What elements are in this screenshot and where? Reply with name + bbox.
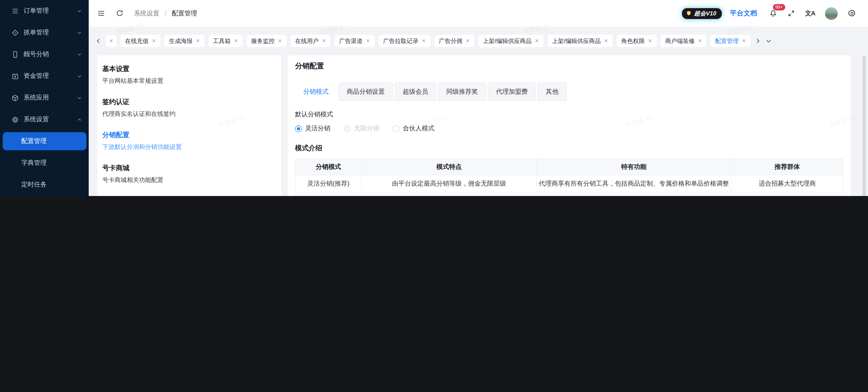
close-icon[interactable]: ✕ (366, 38, 370, 44)
tab-label: 上架/编辑供应商品 (483, 37, 531, 45)
tab-ad-channels[interactable]: 广告渠道✕ (335, 35, 374, 47)
sidebar-subitem-cron-tasks[interactable]: 定时任务 (0, 174, 89, 195)
sidebar-item-order-mgmt[interactable]: 订单管理 (0, 0, 89, 22)
close-icon[interactable]: ✕ (422, 38, 426, 44)
tab-ad-pull-records[interactable]: 广告拉取记录✕ (378, 35, 430, 47)
tab-label: 在线用户 (295, 37, 319, 45)
tab-product-distribution[interactable]: 商品分销设置 (339, 82, 393, 101)
sidebar-item-funds-mgmt[interactable]: 资金管理 (0, 65, 89, 87)
notifications-button[interactable]: 99+ (769, 9, 777, 18)
user-avatar[interactable] (825, 7, 838, 20)
vertical-scrollbar[interactable] (863, 55, 866, 196)
tab-online-users[interactable]: 在线用户✕ (290, 35, 330, 47)
sidebar-item-grab-mgmt[interactable]: 抓单管理 (0, 22, 89, 43)
settings-nav-item-distribution[interactable]: 分销配置 下游默认分润和分销功能设置 (102, 130, 276, 151)
page-title: 分销配置 (295, 61, 843, 71)
breadcrumb: 系统设置 / 配置管理 (134, 9, 197, 18)
close-icon[interactable]: ✕ (196, 38, 200, 44)
close-icon[interactable]: ✕ (604, 38, 608, 44)
sidebar-subitem-branding[interactable]: 品牌定制 (0, 195, 89, 196)
tab-supply-product-edit-1[interactable]: 上架/编辑供应商品✕ (478, 35, 544, 47)
menu-lines-icon (11, 7, 19, 15)
close-icon[interactable]: ✕ (648, 38, 652, 44)
tabs-scroll-right-icon[interactable] (755, 37, 762, 44)
tab-distribution-mode[interactable]: 分销模式 (295, 82, 337, 101)
tab-label: 配置管理 (715, 37, 739, 45)
gear-icon (11, 116, 19, 123)
tab-merchant-decor[interactable]: 商户端装修✕ (661, 35, 707, 47)
collapse-sidebar-icon[interactable] (97, 9, 105, 18)
tab-super-member[interactable]: 超级会员 (395, 82, 436, 101)
wallet-yuan-icon (11, 72, 19, 80)
sidebar-item-system-apps[interactable]: 系统应用 (0, 87, 89, 109)
vip-badge-label: 超会V10 (694, 9, 716, 18)
tabs-scroll-left-icon[interactable] (95, 37, 102, 44)
fullscreen-button[interactable] (787, 9, 795, 17)
radio-partner-mode[interactable]: 合伙人模式 (393, 124, 434, 132)
tab-label: 服务监控 (251, 37, 275, 45)
tab-role-permissions[interactable]: 角色权限✕ (617, 35, 656, 47)
breadcrumb-parent[interactable]: 系统设置 (134, 9, 159, 17)
table-row: 无限分销 分销层级无上限，可设定佣金层级 代理商能够独立管理其分销等级 适合招募… (296, 192, 843, 196)
close-icon[interactable]: ✕ (466, 38, 470, 44)
close-icon[interactable]: ✕ (109, 38, 113, 44)
close-icon[interactable]: ✕ (234, 38, 238, 44)
sidebar-item-label: 抓单管理 (24, 29, 76, 37)
sidebar-item-label: 资金管理 (24, 72, 76, 80)
tab-online-recharge[interactable]: 在线充值✕ (120, 35, 160, 47)
close-icon[interactable]: ✕ (278, 38, 282, 44)
settings-nav-desc: 下游默认分润和分销功能设置 (102, 143, 276, 151)
language-switch-button[interactable]: 文A (805, 9, 815, 18)
tab-same-level-reward[interactable]: 同级推荐奖 (438, 82, 486, 101)
settings-button[interactable] (848, 9, 856, 18)
chevron-down-icon (76, 8, 82, 14)
tab-others[interactable]: 其他 (538, 82, 567, 101)
tab-truncated[interactable]: ✕ (106, 35, 116, 47)
tab-label: 生成海报 (169, 37, 192, 45)
settings-nav-item-sign[interactable]: 签约认证 代理商实名认证和在线签约 (102, 97, 276, 118)
vip-badge[interactable]: 超会V10 (681, 7, 722, 20)
sidebar-item-number-distribution[interactable]: 靓号分销 (0, 43, 89, 65)
chevron-down-icon (76, 73, 82, 79)
close-icon[interactable]: ✕ (152, 38, 156, 44)
tab-config-mgmt[interactable]: 配置管理✕ (711, 35, 750, 47)
distribution-config-panel: 分销配置 分销模式 商品分销设置 超级会员 同级推荐奖 代理加盟费 其他 默认分… (288, 55, 851, 196)
close-icon[interactable]: ✕ (742, 38, 746, 44)
tab-label: 在线充值 (125, 37, 149, 45)
tabs-menu-icon[interactable] (766, 37, 772, 44)
sidebar-subitem-label: 字典管理 (21, 159, 46, 167)
radio-unlimited-distribution[interactable]: 无限分销 (344, 124, 379, 132)
tab-ad-commission[interactable]: 广告分佣✕ (434, 35, 474, 47)
translate-icon: 文A (805, 9, 815, 18)
settings-nav-item-card-mall[interactable]: 号卡商城 号卡商城相关功能配置 (102, 163, 276, 184)
tab-label: 分销模式 (303, 88, 329, 96)
sidebar-item-label: 系统设置 (24, 115, 76, 124)
close-icon[interactable]: ✕ (535, 38, 539, 44)
chevron-down-icon (76, 95, 82, 101)
tab-label: 同级推荐奖 (446, 88, 478, 96)
sidebar-item-system-settings[interactable]: 系统设置 (0, 109, 89, 130)
settings-nav-title: 分销配置 (102, 130, 276, 140)
settings-nav-desc: 号卡商城相关功能配置 (102, 176, 276, 184)
tab-label: 上架/编辑供应商品 (552, 37, 601, 45)
refresh-icon[interactable] (115, 9, 124, 18)
tab-toolbox[interactable]: 工具箱✕ (208, 35, 242, 47)
breadcrumb-current: 配置管理 (172, 9, 197, 17)
mode-intro-heading: 模式介绍 (295, 144, 843, 153)
scan-diamond-icon (11, 29, 19, 36)
default-mode-radio-group: 灵活分销 无限分销 合伙人模式 (295, 124, 843, 132)
tab-agent-fee[interactable]: 代理加盟费 (488, 82, 536, 101)
sidebar-subitem-dictionary[interactable]: 字典管理 (0, 152, 89, 174)
close-icon[interactable]: ✕ (322, 38, 326, 44)
col-header-audience: 推荐群体 (731, 159, 843, 175)
platform-docs-link[interactable]: 平台文档 (730, 9, 757, 18)
close-icon[interactable]: ✕ (698, 38, 702, 44)
tab-supply-product-edit-2[interactable]: 上架/编辑供应商品✕ (548, 35, 613, 47)
tab-service-monitor[interactable]: 服务监控✕ (247, 35, 286, 47)
radio-flexible-distribution[interactable]: 灵活分销 (295, 124, 330, 132)
sidebar-subitem-config-mgmt[interactable]: 配置管理 (0, 130, 89, 152)
settings-nav-item-basic[interactable]: 基本设置 平台网站基本常规设置 (102, 64, 276, 85)
tab-generate-poster[interactable]: 生成海报✕ (164, 35, 204, 47)
tab-label: 工具箱 (213, 37, 230, 45)
tab-label: 代理加盟费 (496, 88, 528, 96)
